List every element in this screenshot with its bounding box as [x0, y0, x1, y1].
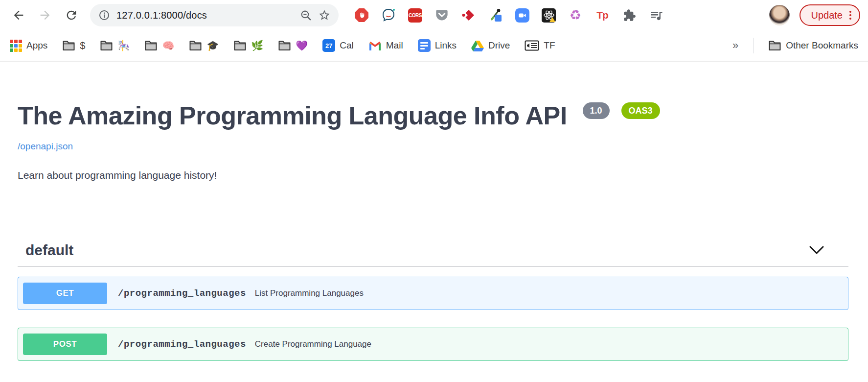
folder-icon [189, 40, 202, 51]
bookmark-drive[interactable]: Drive [471, 40, 510, 51]
apps-grid-icon [10, 40, 22, 52]
tag-section-header[interactable]: default [18, 236, 848, 267]
forward-arrow-icon [38, 8, 52, 22]
adblock-extension-icon[interactable] [354, 8, 369, 23]
site-info-icon[interactable] [98, 9, 111, 22]
folder-icon [62, 40, 75, 51]
reload-icon [65, 8, 78, 22]
bookmark-apps[interactable]: Apps [10, 40, 47, 52]
method-badge-get: GET [23, 283, 107, 304]
back-arrow-icon [12, 8, 25, 22]
default-tag-section: default GET /programming_languages List … [18, 236, 848, 361]
bookmark-folder-herb[interactable]: 🌿 [233, 40, 263, 51]
endpoint-row-get-programming-languages[interactable]: GET /programming_languages List Programm… [18, 277, 848, 310]
version-badge: 1.0 [583, 102, 610, 119]
gmail-icon [368, 41, 382, 51]
update-label: Update [811, 10, 843, 21]
bookmark-folder-brain[interactable]: 🧠 [144, 40, 174, 51]
bookmarks-overflow-chevron[interactable]: » [732, 39, 738, 52]
warning-triangle-icon [549, 17, 555, 22]
bookmarks-bar: Apps $ 🎠 🧠 🎓 🌿 💜 27 Cal Mail [0, 30, 868, 62]
url-text: 127.0.0.1:8000/docs [116, 10, 294, 21]
tampermonkey-extension-icon[interactable]: Tp [595, 8, 610, 23]
back-button[interactable] [8, 4, 29, 26]
api-description: Learn about programming language history… [18, 169, 848, 181]
bookmark-folder-purple-heart[interactable]: 💜 [278, 40, 308, 51]
cors-extension-icon[interactable]: CORS [408, 8, 422, 23]
endpoint-summary: List Programming Languages [255, 288, 364, 298]
calendar-icon: 27 [322, 39, 335, 52]
bookmark-folder-graduation[interactable]: 🎓 [189, 40, 219, 51]
oas3-badge: OAS3 [621, 102, 660, 119]
update-button[interactable]: Update [799, 4, 861, 26]
other-bookmarks[interactable]: Other Bookmarks [768, 40, 858, 51]
endpoint-path: /programming_languages [118, 288, 246, 299]
drive-icon [471, 40, 484, 51]
recycle-extension-icon[interactable]: ♻ [568, 8, 583, 23]
openapi-spec-link[interactable]: /openapi.json [18, 141, 73, 152]
bookmark-folder-dollar[interactable]: $ [62, 40, 85, 51]
bookmarks-divider [753, 38, 754, 53]
pocket-extension-icon[interactable] [434, 8, 449, 23]
bookmark-links[interactable]: Links [418, 39, 457, 52]
forward-button[interactable] [34, 4, 56, 26]
color-picker-extension-icon[interactable] [488, 8, 503, 23]
folder-icon [100, 40, 113, 51]
react-devtools-extension-icon[interactable] [542, 8, 556, 23]
profile-avatar[interactable] [769, 5, 790, 25]
chevron-down-icon[interactable] [808, 245, 825, 255]
browser-toolbar: 127.0.0.1:8000/docs CORS [0, 0, 868, 30]
folder-icon [233, 40, 247, 51]
bookmark-star-icon[interactable] [318, 9, 331, 22]
bookmark-calendar[interactable]: 27 Cal [322, 39, 354, 52]
chat-bubble-extension-icon[interactable] [381, 8, 396, 23]
zoom-out-icon[interactable] [299, 9, 312, 22]
links-icon [418, 39, 431, 52]
bookmark-gmail[interactable]: Mail [368, 40, 403, 51]
playlist-queue-icon[interactable] [649, 8, 663, 23]
tf-card-icon [525, 40, 539, 51]
endpoint-row-post-programming-languages[interactable]: POST /programming_languages Create Progr… [18, 328, 848, 361]
refactor-diamond-extension-icon[interactable] [461, 8, 476, 23]
swagger-docs-page: The Amazing Programming Language Info AP… [0, 101, 868, 361]
address-bar[interactable]: 127.0.0.1:8000/docs [90, 4, 339, 26]
extensions-row: CORS ♻ Tp [354, 8, 764, 23]
folder-icon [768, 40, 781, 51]
bookmark-folder-carousel[interactable]: 🎠 [100, 40, 130, 51]
folder-icon [144, 40, 158, 51]
tag-section-title: default [25, 242, 73, 259]
endpoint-path: /programming_languages [118, 339, 246, 350]
api-title: The Amazing Programming Language Info AP… [18, 101, 848, 130]
endpoint-summary: Create Programming Language [255, 339, 371, 349]
zoom-extension-icon[interactable] [515, 8, 529, 23]
browser-menu-kebab-icon[interactable] [849, 11, 851, 20]
reload-button[interactable] [61, 4, 82, 26]
bookmark-tf[interactable]: TF [525, 40, 555, 51]
method-badge-post: POST [23, 334, 107, 355]
folder-icon [278, 40, 291, 51]
extensions-puzzle-icon[interactable] [622, 8, 637, 23]
